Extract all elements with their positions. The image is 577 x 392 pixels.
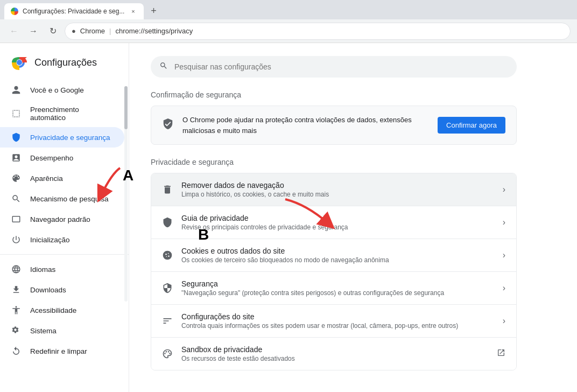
active-tab[interactable]: Configurações: Privacidade e seg... × [4,3,144,19]
titlebar: Configurações: Privacidade e seg... × + [0,0,577,19]
address-divider: | [109,27,111,35]
sidebar: Configurações Você e o Google Preenchime… [0,43,129,392]
security-card: O Chrome pode ajudar na proteção contra … [151,106,517,145]
svg-point-7 [168,255,170,257]
settings-item-title: Sandbox de privacidade [181,345,488,354]
sidebar-item-label: Aparência [30,174,114,183]
settings-item-content: Guia de privacidade Revise os principais… [181,214,494,231]
sidebar-item-preenchimento[interactable]: Preenchimentoautomático [0,100,124,127]
address-brand: Chrome [80,27,105,35]
sidebar-item-label: Idiomas [30,265,114,274]
sidebar-item-navegador[interactable]: Navegador padrão [0,209,124,229]
settings-item-seguranca[interactable]: Segurança "Navegação segura" (proteção c… [151,272,516,305]
confirm-now-button[interactable]: Confirmar agora [438,117,505,134]
search-bar[interactable] [151,56,517,78]
security-icon [162,283,173,293]
chevron-right-icon: › [503,185,505,194]
sidebar-item-desempenho[interactable]: Desempenho [0,148,124,168]
tab-favicon [11,8,18,15]
sandbox-icon [162,348,173,359]
downloads-icon [11,285,22,295]
security-section-title: Confirmação de segurança [151,90,555,99]
new-tab-button[interactable]: + [146,3,161,18]
settings-item-title: Segurança [181,279,494,288]
forward-button[interactable]: → [26,24,41,39]
svg-point-9 [164,353,166,354]
languages-icon [11,264,22,274]
search-icon [159,61,168,72]
settings-item-title: Remover dados de navegação [181,181,494,190]
svg-point-10 [166,351,167,353]
sidebar-item-downloads[interactable]: Downloads [0,279,124,300]
sidebar-item-privacidade[interactable]: Privacidade e segurança [0,127,124,148]
sidebar-item-redefinir[interactable]: Redefinir e limpar [0,341,124,361]
chrome-logo-icon [11,54,28,71]
svg-point-4 [163,251,172,260]
settings-item-content: Configurações do site Controla quais inf… [181,312,494,330]
accessibility-icon [11,305,22,315]
sidebar-item-sistema[interactable]: Sistema [0,320,124,341]
sidebar-item-voce-google[interactable]: Você e o Google [0,80,124,100]
settings-item-configuracoes-site[interactable]: Configurações do site Controla quais inf… [151,305,516,338]
chevron-right-icon: › [503,316,505,326]
main-content: Confirmação de segurança O Chrome pode a… [129,43,577,392]
svg-point-8 [166,256,167,257]
scrollbar-thumb[interactable] [124,86,128,129]
performance-icon [11,153,22,163]
sidebar-item-idiomas[interactable]: Idiomas [0,259,124,279]
shield-check-icon [162,118,174,132]
sidebar-content: Configurações Você e o Google Preenchime… [0,43,129,366]
sidebar-item-acessibilidade[interactable]: Acessibilidade [0,300,124,320]
settings-item-content: Segurança "Navegação segura" (proteção c… [181,279,494,297]
sidebar-item-aparencia[interactable]: Aparência [0,168,124,188]
settings-item-sandbox[interactable]: Sandbox de privacidade Os recursos de te… [151,338,516,370]
svg-point-11 [168,351,170,353]
sidebar-item-label: Navegador padrão [30,215,114,223]
tab-strip: Configurações: Privacidade e seg... × + [4,3,161,19]
privacy-icon [11,132,22,142]
settings-item-content: Cookies e outros dados do site Os cookie… [181,247,494,264]
sidebar-item-mecanismo[interactable]: Mecanismo de pesquisa [0,188,124,209]
settings-item-desc: Controla quais informações os sites pode… [181,322,494,330]
settings-item-desc: Os recursos de teste estão desativados [181,355,488,362]
system-icon [11,326,22,335]
chevron-right-icon: › [503,218,505,227]
chevron-right-icon: › [503,283,505,293]
search-engine-icon [11,194,22,204]
svg-point-12 [169,353,171,354]
app-body: Configurações Você e o Google Preenchime… [0,43,577,392]
search-input[interactable] [174,62,508,71]
settings-item-title: Guia de privacidade [181,214,494,222]
sidebar-item-inicializacao[interactable]: Inicialização [0,229,124,250]
person-icon [11,85,22,95]
svg-point-3 [17,60,22,65]
appearance-icon [11,173,22,183]
site-info-icon: ● [72,27,76,35]
reload-button[interactable]: ↻ [45,24,60,39]
tab-close-button[interactable]: × [129,7,137,16]
tab-title: Configurações: Privacidade e seg... [23,8,124,15]
sidebar-item-label: Redefinir e limpar [30,347,114,355]
svg-point-5 [165,254,167,255]
annotation-b: B [198,226,209,243]
privacy-settings-list: Remover dados de navegação Limpa o histó… [151,173,517,370]
settings-item-title: Cookies e outros dados do site [181,247,494,255]
sidebar-item-label: Mecanismo de pesquisa [30,195,114,203]
cookies-icon [162,250,173,261]
address-bar[interactable]: ● Chrome | chrome://settings/privacy [65,23,571,40]
settings-item-remover-dados[interactable]: Remover dados de navegação Limpa o histó… [151,173,516,206]
default-browser-icon [11,214,22,224]
settings-item-desc: Os cookies de terceiro são bloqueados no… [181,256,494,264]
settings-item-desc: Revise os principais controles de privac… [181,223,494,231]
privacy-section-title: Privacidade e segurança [151,158,555,166]
svg-point-6 [168,253,169,254]
address-url: chrome://settings/privacy [116,27,193,35]
security-message: O Chrome pode ajudar na proteção contra … [182,115,429,136]
chevron-right-icon: › [503,250,505,260]
reset-icon [11,346,22,356]
sidebar-title: Configurações [34,57,97,68]
sidebar-item-label: Privacidade e segurança [30,134,114,142]
back-button[interactable]: ← [6,24,22,39]
settings-item-desc: "Navegação segura" (proteção contra site… [181,289,494,297]
settings-item-cookies[interactable]: Cookies e outros dados do site Os cookie… [151,239,516,272]
